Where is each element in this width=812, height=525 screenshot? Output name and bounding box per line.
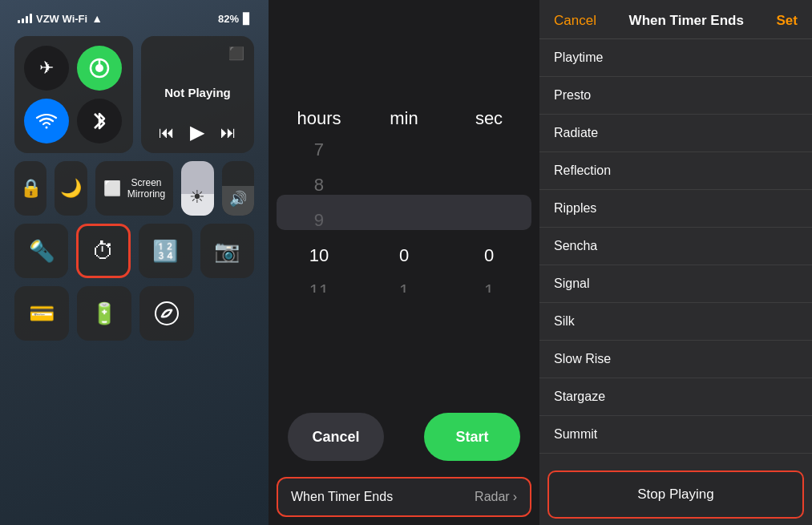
carrier-name: VZW Wi-Fi [36, 13, 87, 25]
signal-bar-4 [30, 14, 32, 23]
camera-button[interactable]: 📷 [200, 224, 254, 278]
status-right: 82% ▊ [218, 13, 251, 25]
sec-item-selected: 0 [484, 238, 494, 273]
panel-header: Cancel When Timer Ends Set [539, 0, 812, 39]
hours-item: 11 [309, 273, 329, 293]
min-column[interactable]: 0 1 2 3 [362, 132, 446, 293]
battery-icon: ▊ [243, 13, 251, 25]
wallet-button[interactable]: 💳 [14, 286, 69, 341]
shazam-button[interactable] [139, 286, 194, 341]
hours-item: 7 [309, 132, 329, 168]
timer-picker: hours min sec 7 8 9 10 11 12 13 [269, 0, 539, 400]
tone-item-twinkle[interactable]: Twinkle [539, 454, 812, 464]
control-center: VZW Wi-Fi ▲ 82% ▊ ✈ [0, 0, 269, 525]
cellular-button[interactable] [77, 46, 122, 91]
volume-slider[interactable]: 🔊 [222, 161, 254, 216]
bottom-row-1: 🔦 ⏱ 🔢 📷 [14, 224, 254, 278]
status-bar: VZW Wi-Fi ▲ 82% ▊ [14, 12, 254, 25]
screen-mirroring-button[interactable]: ⬜ ScreenMirroring [95, 161, 173, 216]
timer-actions: Cancel Start [269, 400, 539, 477]
tone-item-silk[interactable]: Silk [539, 303, 812, 341]
tone-item-sencha[interactable]: Sencha [539, 228, 812, 265]
status-left: VZW Wi-Fi ▲ [18, 12, 103, 25]
stop-playing-button[interactable]: Stop Playing [547, 470, 804, 519]
timer-panel: hours min sec 7 8 9 10 11 12 13 [269, 0, 539, 525]
signal-bar-1 [18, 20, 20, 23]
not-playing-text: Not Playing [151, 64, 244, 121]
sec-label: sec [446, 108, 531, 129]
hours-item: 8 [309, 168, 329, 203]
tone-item-slow-rise[interactable]: Slow Rise [539, 341, 812, 378]
bottom-row-2: 💳 🔋 [14, 286, 254, 341]
calculator-button[interactable]: 🔢 [139, 224, 192, 278]
battery-widget-button[interactable]: 🔋 [77, 286, 131, 341]
tone-item-reflection[interactable]: Reflection [539, 152, 812, 190]
airplay-icon[interactable]: ⬛ [228, 46, 244, 61]
sec-item [484, 168, 494, 203]
when-timer-ends-label: When Timer Ends [291, 490, 393, 504]
now-playing-block: ⬛ Not Playing ⏮ ▶ ⏭ [141, 36, 254, 153]
when-timer-value: Radar › [475, 490, 517, 504]
svg-point-1 [95, 64, 103, 72]
tone-item-ripples[interactable]: Ripples [539, 190, 812, 228]
timer-button[interactable]: ⏱ [76, 224, 130, 278]
hours-item: 9 [309, 203, 329, 238]
now-playing-header: ⬛ [151, 46, 244, 61]
panel-cancel-button[interactable]: Cancel [554, 13, 596, 29]
min-item [399, 203, 409, 238]
hours-label: hours [277, 108, 362, 129]
tone-item-summit[interactable]: Summit [539, 416, 812, 454]
wifi-status-icon: ▲ [91, 12, 103, 25]
flashlight-button[interactable]: 🔦 [14, 224, 68, 278]
sec-item [484, 203, 494, 238]
hours-column[interactable]: 7 8 9 10 11 12 13 [277, 132, 362, 293]
signal-bars [18, 14, 32, 23]
timer-start-button[interactable]: Start [424, 413, 520, 461]
signal-bar-2 [22, 18, 24, 23]
tone-item-radiate[interactable]: Radiate [539, 115, 812, 152]
connectivity-block: ✈ [14, 36, 133, 153]
tone-item-stargaze[interactable]: Stargaze [539, 378, 812, 416]
airplane-mode-button[interactable]: ✈ [24, 46, 69, 91]
min-label: min [362, 108, 446, 129]
panel-set-button[interactable]: Set [777, 13, 798, 29]
screen-mirror-label: ScreenMirroring [127, 177, 165, 200]
min-item: 1 [399, 273, 409, 293]
playback-controls: ⏮ ▶ ⏭ [151, 121, 244, 143]
do-not-disturb-button[interactable]: 🌙 [55, 161, 87, 216]
rotation-lock-button[interactable]: 🔒 [14, 161, 46, 216]
svg-point-3 [156, 302, 178, 325]
picker-label-row: hours min sec [269, 108, 539, 129]
battery-percentage: 82% [218, 13, 239, 25]
timer-cancel-button[interactable]: Cancel [288, 413, 384, 461]
stop-playing-label: Stop Playing [637, 487, 713, 503]
tone-item-playtime[interactable]: Playtime [539, 39, 812, 77]
fast-forward-button[interactable]: ⏭ [220, 123, 236, 142]
tone-item-signal[interactable]: Signal [539, 265, 812, 303]
hours-item-selected: 10 [309, 238, 329, 273]
conn-top: ✈ [24, 46, 123, 91]
sec-column[interactable]: 0 1 2 3 [446, 132, 531, 293]
brightness-icon: ☀ [189, 187, 205, 208]
brightness-slider[interactable]: ☀ [181, 161, 213, 216]
volume-icon: 🔊 [229, 190, 247, 208]
sec-item: 1 [484, 273, 494, 293]
when-timer-ends-row[interactable]: When Timer Ends Radar › [277, 477, 531, 517]
min-item [399, 168, 409, 203]
panel-title: When Timer Ends [629, 13, 744, 29]
rewind-button[interactable]: ⏮ [159, 123, 175, 142]
sec-item [484, 132, 494, 168]
when-timer-ends-panel: Cancel When Timer Ends Set Playtime Pres… [539, 0, 812, 525]
wifi-button[interactable] [24, 99, 69, 143]
tone-list: Playtime Presto Radiate Reflection Rippl… [539, 39, 812, 464]
picker-columns: 7 8 9 10 11 12 13 0 [269, 132, 539, 293]
min-item-selected: 0 [399, 238, 409, 273]
when-timer-chevron-icon: › [513, 490, 517, 504]
screen-mirror-icon: ⬜ [103, 180, 121, 197]
play-button[interactable]: ▶ [190, 121, 204, 143]
tone-item-presto[interactable]: Presto [539, 77, 812, 115]
signal-bar-3 [26, 16, 28, 23]
top-row: ✈ [14, 36, 254, 153]
mid-row: 🔒 🌙 ⬜ ScreenMirroring ☀ 🔊 [14, 161, 254, 216]
bluetooth-button[interactable] [77, 99, 122, 143]
